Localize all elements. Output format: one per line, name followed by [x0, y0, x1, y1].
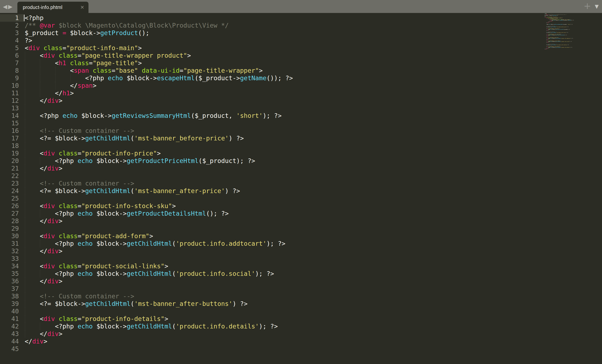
code-line[interactable]: 45 — [545, 50, 579, 50]
code-line[interactable]: 4?> — [0, 37, 602, 44]
code-line[interactable]: 44</div> — [0, 338, 602, 345]
code-line[interactable]: 31 <?php echo $block->getChildHtml('prod… — [0, 240, 602, 247]
code-line[interactable]: 27 <?php echo $block->getProductDetailsH… — [0, 210, 602, 217]
code-token: = — [63, 29, 66, 37]
code-token: > — [59, 165, 63, 172]
code-token: div — [43, 202, 55, 209]
code-line[interactable]: 19 <div class="product-info-price"> — [0, 150, 602, 157]
code-line[interactable]: 26 <div class="product-info-stock-sku"> — [0, 202, 602, 210]
code-line[interactable]: 10 </span> — [0, 82, 602, 89]
line-number: 26 — [0, 202, 23, 210]
indent-guide — [25, 89, 25, 97]
line-number: 41 — [0, 315, 23, 323]
code-token: ) ?> — [225, 187, 240, 195]
code-line[interactable]: 16 <!-- Custom container --> — [0, 127, 602, 135]
code-line[interactable]: 2/** @var $block \Magento\Catalog\Block\… — [0, 22, 602, 29]
code-line[interactable]: 23 <!-- Custom container --> — [0, 180, 602, 187]
code-token: 'mst-banner_before-price' — [134, 135, 229, 142]
code-line[interactable]: 3$_product = $block->getProduct(); — [0, 29, 602, 37]
code-token: class — [59, 262, 78, 270]
code-token: = — [78, 315, 81, 322]
indent-guide — [25, 323, 25, 330]
code-token — [40, 44, 43, 52]
code-line[interactable]: 34 <div class="product-social-links"> — [0, 262, 602, 270]
code-line[interactable]: 21 </div> — [0, 165, 602, 172]
code-token: echo — [63, 112, 78, 119]
code-line[interactable]: 42 <?php echo $block->getChildHtml('prod… — [0, 323, 602, 330]
code-line[interactable]: 9 <?php echo $block->escapeHtml($_produc… — [0, 74, 602, 82]
code-text: <!-- Custom container --> — [25, 127, 134, 134]
code-token: 'mst-banner_after-buttons' — [134, 300, 233, 307]
code-line[interactable]: 35 <?php echo $block->getChildHtml('prod… — [0, 270, 602, 278]
code-token: div — [47, 330, 59, 337]
code-line[interactable]: 15 — [0, 120, 602, 127]
code-line[interactable]: 38 <!-- Custom container --> — [0, 292, 602, 300]
code-token: class — [59, 202, 78, 209]
code-line[interactable]: 8 <span class="base" data-ui-id="page-ti… — [0, 67, 602, 74]
code-token: echo — [78, 157, 93, 165]
code-token: > — [164, 315, 168, 322]
code-line[interactable]: 30 <div class="product-add-form"> — [0, 232, 602, 240]
code-line[interactable]: 43 </div> — [0, 330, 602, 338]
indent-guide — [25, 52, 25, 59]
code-token: class — [59, 150, 78, 157]
code-line[interactable]: 36 </div> — [0, 278, 602, 285]
code-line[interactable]: 14 <?php echo $block->getReviewsSummaryH… — [0, 112, 602, 120]
code-line[interactable]: 11 </h1> — [0, 89, 602, 97]
code-line[interactable]: 45 — [0, 345, 602, 353]
code-line[interactable]: 41 <div class="product-info-details"> — [0, 315, 602, 323]
code-line[interactable]: 18 — [0, 142, 602, 150]
code-token: getChildHtml — [127, 270, 172, 277]
code-line[interactable]: 12 </div> — [0, 97, 602, 104]
line-number: 8 — [0, 67, 23, 74]
code-token: 'product.info.addtocart' — [176, 240, 267, 247]
code-line[interactable]: 40 — [0, 308, 602, 315]
tab-overflow-icon[interactable]: ▼ — [595, 4, 599, 10]
tab-product-info[interactable]: product-info.phtml ✕ — [17, 2, 88, 13]
code-token: div — [47, 247, 59, 255]
code-line[interactable]: 32 </div> — [0, 247, 602, 255]
code-token — [138, 67, 142, 74]
code-token: < — [25, 202, 43, 209]
code-line[interactable]: 28 </div> — [0, 217, 602, 225]
code-text: <span class="base" data-ui-id="page-titl… — [25, 67, 263, 74]
code-token: = — [89, 59, 93, 67]
code-token: </ — [25, 338, 32, 345]
code-token: <?php — [25, 112, 63, 119]
code-line[interactable]: 7 <h1 class="page-title"> — [0, 59, 602, 67]
code-line[interactable]: 17 <?= $block->getChildHtml('mst-banner_… — [0, 135, 602, 142]
nav-arrows: ◀ ▶ — [3, 0, 12, 13]
code-line[interactable]: 29 — [0, 225, 602, 232]
code-text: </div> — [25, 97, 63, 104]
new-tab-icon[interactable]: + — [584, 2, 591, 10]
tab-close-icon[interactable]: ✕ — [80, 5, 84, 10]
code-line[interactable]: 24 <?= $block->getChildHtml('mst-banner_… — [0, 187, 602, 195]
code-line[interactable]: 5<div class="product-info-main"> — [0, 44, 602, 52]
code-line[interactable]: 1<?php — [0, 14, 602, 22]
code-line[interactable]: 33 — [0, 255, 602, 262]
code-token: div — [47, 278, 59, 285]
indent-guide — [25, 97, 25, 104]
code-line[interactable]: 13 — [0, 104, 602, 112]
code-token: </ — [25, 82, 78, 89]
tab-actions: + ▼ — [584, 0, 599, 13]
indent-guide — [25, 255, 25, 262]
code-token: </ — [25, 97, 47, 104]
nav-back-icon[interactable]: ◀ — [3, 3, 7, 10]
code-text: <?= $block->getChildHtml('mst-banner_aft… — [25, 300, 248, 307]
code-line[interactable]: 6 <div class="page-title-wrapper product… — [0, 52, 602, 59]
code-line[interactable]: 22 — [0, 172, 602, 180]
minimap[interactable]: 1<?php2/** @var $block \Magento\Catalog\… — [545, 13, 580, 57]
code-token: escapeHtml — [157, 74, 195, 82]
code-line[interactable]: 37 — [0, 285, 602, 292]
code-token: <?php — [25, 14, 43, 21]
code-token: div — [43, 262, 55, 270]
code-token: getChildHtml — [85, 135, 130, 142]
code-line[interactable]: 20 <?php echo $block->getProductPriceHtm… — [0, 157, 602, 165]
nav-forward-icon[interactable]: ▶ — [8, 3, 12, 10]
code-line[interactable]: 25 — [0, 195, 602, 202]
code-line[interactable]: 39 <?= $block->getChildHtml('mst-banner_… — [0, 300, 602, 308]
code-token — [55, 262, 59, 270]
code-token: </ — [25, 89, 63, 97]
code-editor[interactable]: 1<?php2/** @var $block \Magento\Catalog\… — [0, 13, 602, 364]
